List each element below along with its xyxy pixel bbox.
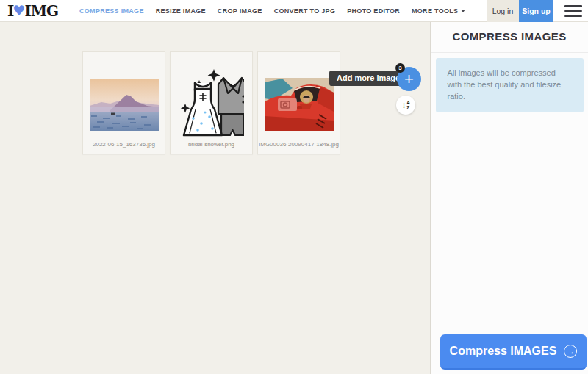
hamburger-menu-icon[interactable] xyxy=(564,5,582,17)
nav-compress-image[interactable]: COMPRESS IMAGE xyxy=(79,7,144,15)
sidebar-title: COMPRESS IMAGES xyxy=(431,30,588,53)
heart-icon: ♥ xyxy=(12,2,25,18)
sort-arrow-icon: ↓ xyxy=(401,101,406,109)
arrow-right-circle-icon: → xyxy=(564,345,577,358)
file-name: IMG00036-20090417-1848.jpg xyxy=(258,141,340,148)
top-header: I ♥ IMG COMPRESS IMAGE RESIZE IMAGE CROP… xyxy=(0,0,588,22)
thumbnail-red-car-photo xyxy=(265,78,334,131)
app-logo[interactable]: I ♥ IMG xyxy=(7,1,58,21)
login-button[interactable]: Log in xyxy=(487,0,519,22)
sort-files-button[interactable]: ↓ A Z xyxy=(396,96,415,115)
workspace-area: 2022-06-15_163736.jpg xyxy=(0,22,430,374)
nav-convert-to-jpg[interactable]: CONVERT TO JPG xyxy=(274,7,336,15)
sort-az-icon: A Z xyxy=(406,100,410,110)
file-card-list: 2022-06-15_163736.jpg xyxy=(82,51,340,154)
logo-text-img: IMG xyxy=(24,2,58,20)
nav-more-tools[interactable]: MORE TOOLS xyxy=(412,7,465,15)
file-card-3[interactable]: IMG00036-20090417-1848.jpg xyxy=(257,51,340,154)
file-name: 2022-06-15_163736.jpg xyxy=(83,141,165,148)
chevron-down-icon xyxy=(461,10,465,12)
file-card-2[interactable]: bridal-shower.png xyxy=(170,51,253,154)
options-sidebar: COMPRESS IMAGES All images will be compr… xyxy=(430,22,588,374)
thumbnail-sea-mountain-photo xyxy=(90,79,159,131)
file-count-badge: 3 xyxy=(395,63,405,73)
compression-info-box: All images will be compressed with the b… xyxy=(436,58,584,112)
file-card-1[interactable]: 2022-06-15_163736.jpg xyxy=(82,51,165,154)
thumbnail-bridal-shower-icon xyxy=(179,67,244,139)
nav-crop-image[interactable]: CROP IMAGE xyxy=(218,7,262,15)
main-nav: COMPRESS IMAGE RESIZE IMAGE CROP IMAGE C… xyxy=(79,0,465,22)
nav-resize-image[interactable]: RESIZE IMAGE xyxy=(156,7,206,15)
nav-more-tools-label: MORE TOOLS xyxy=(412,7,458,15)
nav-photo-editor[interactable]: PHOTO EDITOR xyxy=(347,7,400,15)
signup-button[interactable]: Sign up xyxy=(519,0,553,22)
plus-icon: + xyxy=(404,71,414,87)
file-name: bridal-shower.png xyxy=(171,141,252,148)
compress-images-button[interactable]: Compress IMAGES → xyxy=(440,334,587,370)
compress-button-label: Compress IMAGES xyxy=(450,345,557,358)
